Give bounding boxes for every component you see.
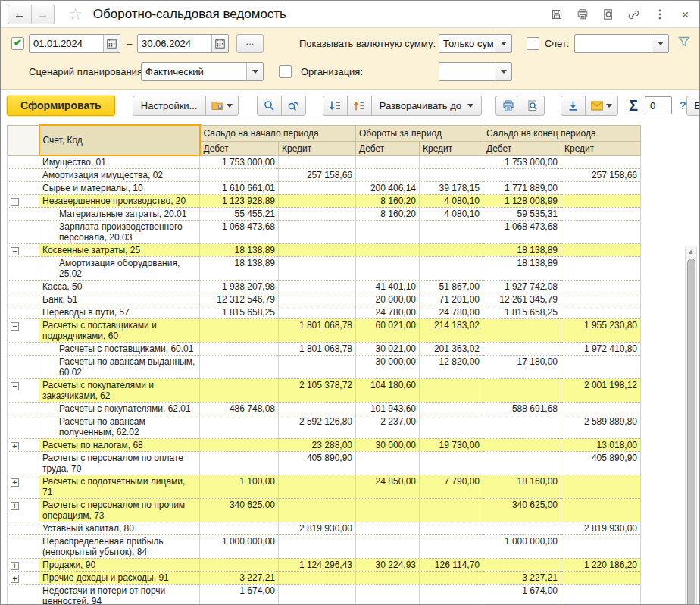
closing-balance-header[interactable]: Сальдо на конец периода [483, 125, 641, 141]
amount-cell[interactable]: 1 674,00 [200, 585, 279, 605]
credit-header[interactable]: Кредит [279, 141, 356, 155]
account-name-cell[interactable]: Расчеты с поставщиками, 60.01 [39, 343, 200, 356]
amount-cell[interactable]: 2 105 378,72 [279, 379, 356, 403]
account-name-cell[interactable]: Переводы в пути, 57 [39, 306, 200, 319]
favorite-star-icon[interactable]: ☆ [68, 6, 83, 22]
account-name-cell[interactable]: Расчеты с покупателями, 62.01 [39, 403, 200, 415]
amount-cell[interactable]: 1 068 473,68 [483, 221, 561, 244]
amount-cell[interactable]: 214 183,02 [420, 319, 483, 343]
amount-cell[interactable] [483, 522, 561, 535]
amount-cell[interactable]: 19 730,00 [420, 439, 483, 452]
amount-cell[interactable]: 1 123 928,89 [200, 195, 279, 208]
chevron-down-icon[interactable] [246, 63, 263, 80]
amount-cell[interactable]: 3 227,21 [200, 572, 279, 585]
amount-cell[interactable] [279, 535, 356, 559]
amount-cell[interactable]: 588 691,68 [483, 403, 561, 415]
amount-cell[interactable]: 4 080,10 [420, 208, 483, 221]
amount-cell[interactable] [279, 403, 356, 415]
amount-cell[interactable] [561, 257, 641, 281]
amount-cell[interactable]: 7 790,00 [420, 475, 483, 499]
amount-cell[interactable] [561, 281, 641, 293]
amount-cell[interactable]: 1 128 008,99 [483, 195, 561, 208]
debit-header[interactable]: Дебет [483, 141, 561, 155]
amount-cell[interactable]: 18 138,89 [200, 244, 279, 257]
amount-cell[interactable] [561, 182, 641, 195]
org-combo[interactable] [439, 62, 512, 81]
amount-cell[interactable]: 201 363,02 [420, 343, 483, 356]
amount-cell[interactable] [200, 415, 279, 439]
account-combo[interactable] [574, 34, 669, 53]
amount-cell[interactable]: 24 780,00 [420, 306, 483, 319]
amount-cell[interactable]: 8 160,20 [356, 195, 420, 208]
autosum-value-input[interactable] [645, 96, 672, 114]
amount-cell[interactable]: 340 625,00 [483, 499, 561, 522]
amount-cell[interactable]: 18 138,89 [483, 244, 561, 257]
vertical-scrollbar[interactable]: ▲ ▼ [685, 246, 697, 605]
amount-cell[interactable]: 1 815 658,25 [200, 306, 279, 319]
amount-cell[interactable] [420, 221, 483, 244]
amount-cell[interactable] [200, 169, 279, 182]
print-preview-icon[interactable] [602, 8, 614, 21]
amount-cell[interactable]: 405 890,90 [279, 452, 356, 475]
amount-cell[interactable] [200, 522, 279, 535]
amount-cell[interactable]: 30 224,93 [356, 559, 420, 572]
account-name-cell[interactable]: Расчеты по налогам, 68 [39, 439, 200, 452]
search-next-button[interactable] [281, 96, 306, 116]
amount-cell[interactable] [561, 475, 641, 499]
collapse-toggle[interactable]: − [11, 198, 19, 206]
amount-cell[interactable] [561, 356, 641, 379]
amount-cell[interactable]: 2 819 930,00 [561, 522, 641, 535]
amount-cell[interactable]: 257 158,66 [561, 169, 641, 182]
account-column-header[interactable]: Счет, Код [39, 125, 200, 155]
amount-cell[interactable] [279, 221, 356, 244]
amount-cell[interactable]: 1 771 889,00 [483, 182, 561, 195]
amount-cell[interactable] [420, 155, 483, 169]
account-name-cell[interactable]: Зарплата производственного персонала, 20… [39, 221, 200, 244]
amount-cell[interactable]: 3 227,21 [483, 572, 561, 585]
amount-cell[interactable]: 30 021,00 [356, 343, 420, 356]
account-name-cell[interactable]: Амортизация имущества, 02 [39, 169, 200, 182]
collapse-rows-button[interactable] [347, 96, 372, 116]
amount-cell[interactable] [356, 244, 420, 257]
amount-cell[interactable] [356, 452, 420, 475]
account-name-cell[interactable]: Уставный капитал, 80 [39, 522, 200, 535]
amount-cell[interactable] [279, 208, 356, 221]
amount-cell[interactable] [420, 499, 483, 522]
expand-toggle[interactable]: + [11, 502, 19, 510]
amount-cell[interactable]: 12 820,00 [420, 356, 483, 379]
amount-cell[interactable] [420, 379, 483, 403]
amount-cell[interactable] [356, 535, 420, 559]
amount-cell[interactable]: 1 815 658,25 [483, 306, 561, 319]
amount-cell[interactable]: 486 748,08 [200, 403, 279, 415]
currency-combo[interactable]: Только сум [439, 34, 512, 53]
chevron-down-icon[interactable] [495, 35, 511, 52]
expand-toggle[interactable]: + [11, 442, 19, 450]
amount-cell[interactable]: 2 592 126,80 [279, 415, 356, 439]
amount-cell[interactable] [561, 195, 641, 208]
account-name-cell[interactable]: Расчеты с подотчетными лицами, 71 [39, 475, 200, 499]
period-more-button[interactable]: ... [236, 34, 264, 53]
preview-button[interactable] [520, 96, 545, 116]
debit-header[interactable]: Дебет [356, 141, 420, 155]
amount-cell[interactable]: 405 890,90 [561, 452, 641, 475]
amount-cell[interactable] [561, 306, 641, 319]
amount-cell[interactable]: 60 021,00 [356, 319, 420, 343]
amount-cell[interactable]: 23 288,00 [279, 439, 356, 452]
amount-cell[interactable]: 1 753 000,00 [483, 155, 561, 169]
scrollbar-thumb[interactable] [687, 259, 695, 605]
account-name-cell[interactable]: Расчеты с покупателями и заказчиками, 62 [39, 379, 200, 403]
autosum-icon[interactable]: Σ [629, 97, 638, 114]
expand-toggle[interactable]: + [11, 575, 19, 583]
period-to-input[interactable] [138, 35, 211, 52]
amount-cell[interactable] [561, 208, 641, 221]
account-name-cell[interactable]: Расчеты по авансам полученным, 62.02 [39, 415, 200, 439]
amount-cell[interactable]: 59 535,31 [483, 208, 561, 221]
period-checkbox[interactable]: ✔ [11, 37, 24, 50]
amount-cell[interactable]: 18 138,89 [200, 257, 279, 281]
amount-cell[interactable] [561, 535, 641, 559]
amount-cell[interactable]: 1 674,00 [483, 585, 561, 605]
more-button[interactable]: Еще [686, 96, 700, 116]
account-name-cell[interactable]: Расчеты с персоналом по прочим операциям… [39, 499, 200, 522]
amount-cell[interactable] [561, 403, 641, 415]
amount-cell[interactable] [200, 559, 279, 572]
